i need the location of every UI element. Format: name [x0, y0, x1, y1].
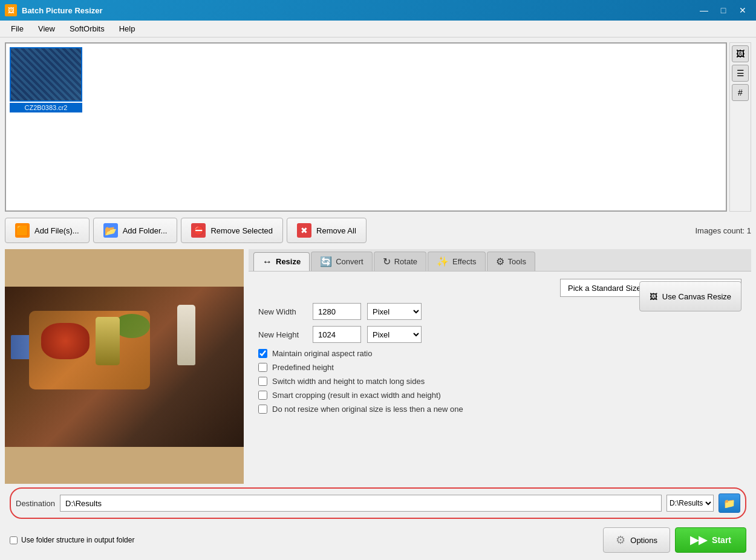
file-name: CZ2B0383.cr2 [10, 103, 82, 112]
remove-selected-button[interactable]: ⛔ Remove Selected [181, 218, 283, 243]
smart-crop-checkbox[interactable] [258, 391, 267, 400]
height-unit-select[interactable]: Pixel Percent Centimeter Inch [367, 326, 422, 343]
app-icon: 🖼 [5, 4, 17, 16]
start-label: Start [712, 535, 731, 545]
maximize-button[interactable]: □ [715, 2, 732, 19]
file-list-panel[interactable]: CZ2B0383.cr2 [5, 42, 727, 212]
folder-structure-row: Use folder structure in output folder [10, 536, 134, 544]
maintain-aspect-checkbox[interactable] [258, 349, 267, 358]
title-bar-left: 🖼 Batch Picture Resizer [5, 4, 103, 16]
tools-tab-icon: ⚙ [496, 256, 504, 267]
switch-wh-checkbox[interactable] [258, 377, 267, 386]
window-controls: — □ ✕ [696, 2, 751, 19]
resize-tab-label: Resize [276, 257, 301, 266]
gear-icon: ⚙ [616, 533, 625, 547]
width-input[interactable] [313, 303, 361, 320]
smart-crop-row: Smart cropping (result in exact width an… [258, 391, 741, 400]
folder-structure-label: Use folder structure in output folder [21, 536, 134, 544]
switch-wh-row: Switch width and height to match long si… [258, 377, 741, 386]
destination-dropdown[interactable]: D:\Results [666, 495, 714, 512]
width-label: New Width [258, 307, 307, 316]
maintain-aspect-row: Maintain original aspect ratio [258, 349, 741, 358]
width-unit-select[interactable]: Pixel Percent Centimeter Inch [367, 303, 422, 320]
canvas-resize-button[interactable]: 🖼 Use Canvas Resize [639, 281, 741, 311]
remove-all-icon: ✖ [297, 223, 311, 238]
tab-tools[interactable]: ⚙ Tools [487, 252, 535, 271]
add-folder-button[interactable]: 📂 Add Folder... [93, 218, 178, 243]
maintain-aspect-label: Maintain original aspect ratio [272, 349, 372, 358]
folder-structure-checkbox[interactable] [10, 536, 18, 544]
menu-bar: File View SoftOrbits Help [0, 21, 756, 37]
settings-panel: ↔ Resize 🔄 Convert ↻ Rotate ✨ Effects ⚙ [249, 249, 751, 484]
tabs-bar: ↔ Resize 🔄 Convert ↻ Rotate ✨ Effects ⚙ [249, 249, 751, 272]
rotate-tab-label: Rotate [394, 257, 417, 266]
file-item[interactable]: CZ2B0383.cr2 [10, 47, 82, 112]
close-button[interactable]: ✕ [734, 2, 751, 19]
no-resize-checkbox[interactable] [258, 405, 267, 414]
thumbnail-pattern [11, 48, 81, 100]
preview-image [5, 287, 244, 447]
tab-resize[interactable]: ↔ Resize [253, 252, 310, 271]
height-row: New Height Pixel Percent Centimeter Inch [258, 326, 741, 343]
bottom-section: ↔ Resize 🔄 Convert ↻ Rotate ✨ Effects ⚙ [5, 249, 751, 484]
add-folder-icon: 📂 [103, 223, 118, 238]
minimize-button[interactable]: — [696, 2, 712, 19]
options-button[interactable]: ⚙ Options [603, 527, 670, 553]
file-thumbnail [10, 47, 82, 102]
start-icon: ▶▶ [690, 533, 707, 547]
convert-tab-label: Convert [336, 257, 363, 266]
destination-browse-button[interactable]: 📁 [719, 493, 740, 513]
effects-tab-label: Effects [452, 257, 477, 266]
height-input[interactable] [313, 326, 361, 343]
add-files-button[interactable]: 🟧 Add File(s)... [5, 218, 90, 243]
file-list-area: CZ2B0383.cr2 🖼 ☰ # [5, 42, 751, 212]
resize-tab-icon: ↔ [262, 256, 272, 267]
destination-label: Destination [16, 499, 55, 508]
main-content: CZ2B0383.cr2 🖼 ☰ # 🟧 Add File(s)... 📂 Ad… [0, 37, 756, 560]
main-toolbar: 🟧 Add File(s)... 📂 Add Folder... ⛔ Remov… [5, 215, 751, 246]
browse-icon: 📁 [723, 498, 735, 509]
predefined-height-checkbox[interactable] [258, 363, 267, 372]
tools-tab-label: Tools [508, 257, 526, 266]
food-drink [177, 305, 195, 365]
predefined-height-row: Predefined height [258, 363, 741, 372]
destination-bar: Destination D:\Results 📁 [10, 487, 746, 519]
destination-input[interactable] [60, 495, 662, 512]
bottom-bar: Use folder structure in output folder ⚙ … [5, 525, 751, 555]
add-folder-label: Add Folder... [123, 226, 168, 235]
title-bar: 🖼 Batch Picture Resizer — □ ✕ [0, 0, 756, 21]
grid-view-button[interactable]: # [732, 84, 749, 101]
thumbnail-view-button[interactable]: 🖼 [732, 45, 749, 62]
add-files-label: Add File(s)... [34, 226, 79, 235]
menu-file[interactable]: File [5, 22, 30, 36]
remove-all-button[interactable]: ✖ Remove All [287, 218, 367, 243]
rotate-tab-icon: ↻ [383, 256, 391, 267]
bottom-right-buttons: ⚙ Options ▶▶ Start [603, 527, 746, 553]
menu-view[interactable]: View [32, 22, 61, 36]
window-title: Batch Picture Resizer [22, 6, 103, 15]
view-sidebar: 🖼 ☰ # [729, 42, 751, 212]
effects-tab-icon: ✨ [437, 256, 449, 267]
tab-rotate[interactable]: ↻ Rotate [374, 252, 426, 271]
remove-selected-label: Remove Selected [210, 226, 273, 235]
food-item2 [96, 317, 120, 365]
switch-wh-label: Switch width and height to match long si… [272, 377, 425, 386]
options-label: Options [630, 536, 657, 545]
width-row: New Width Pixel Percent Centimeter Inch … [258, 303, 741, 320]
tab-effects[interactable]: ✨ Effects [428, 252, 486, 271]
remove-all-label: Remove All [316, 226, 356, 235]
add-files-icon: 🟧 [15, 223, 30, 238]
images-count: Images count: 1 [696, 226, 752, 235]
no-resize-label: Do not resize when original size is less… [272, 405, 463, 414]
menu-help[interactable]: Help [113, 22, 142, 36]
list-view-button[interactable]: ☰ [732, 65, 749, 82]
food-item1 [41, 323, 90, 359]
predefined-height-label: Predefined height [272, 363, 334, 372]
canvas-icon: 🖼 [650, 292, 657, 301]
convert-tab-icon: 🔄 [320, 256, 332, 267]
canvas-resize-label: Use Canvas Resize [662, 292, 731, 301]
smart-crop-label: Smart cropping (result in exact width an… [272, 391, 441, 400]
tab-convert[interactable]: 🔄 Convert [311, 252, 373, 271]
start-button[interactable]: ▶▶ Start [675, 527, 746, 553]
menu-softorbits[interactable]: SoftOrbits [64, 22, 111, 36]
